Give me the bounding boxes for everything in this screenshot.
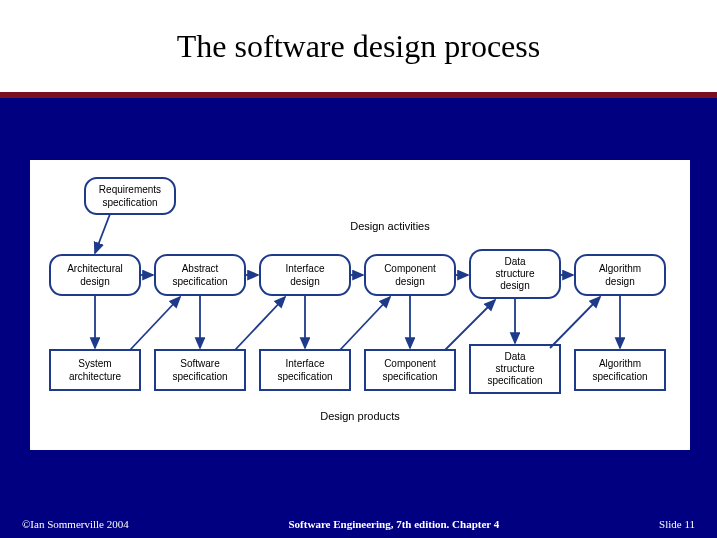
svg-text:Data: Data: [504, 256, 526, 267]
svg-text:Data: Data: [504, 351, 526, 362]
activity-4: Data structure design: [470, 250, 560, 298]
activity-1: Abstract specification: [155, 255, 245, 295]
svg-text:Algorithm: Algorithm: [599, 358, 641, 369]
footer-left: ©Ian Sommerville 2004: [22, 518, 129, 530]
arrow-d1: [235, 297, 285, 350]
arrow-d0: [130, 297, 180, 350]
arrow-d2: [340, 297, 390, 350]
svg-rect-26: [260, 350, 350, 390]
product-2: Interface specification: [260, 350, 350, 390]
arrow-req-arch: [95, 214, 110, 253]
svg-rect-23: [155, 350, 245, 390]
svg-text:Component: Component: [384, 358, 436, 369]
product-4: Data structure specification: [470, 345, 560, 393]
svg-text:Abstract: Abstract: [182, 263, 219, 274]
svg-text:specification: specification: [172, 371, 227, 382]
svg-text:System: System: [78, 358, 111, 369]
svg-text:design: design: [395, 276, 424, 287]
svg-text:Component: Component: [384, 263, 436, 274]
svg-rect-7: [260, 255, 350, 295]
activity-3: Component design: [365, 255, 455, 295]
svg-rect-4: [155, 255, 245, 295]
svg-rect-29: [365, 350, 455, 390]
product-row: System architecture Software specificati…: [50, 345, 665, 393]
svg-text:specification: specification: [172, 276, 227, 287]
product-3: Component specification: [365, 350, 455, 390]
slide-title: The software design process: [177, 28, 540, 65]
svg-text:structure: structure: [496, 363, 535, 374]
svg-text:specification: specification: [592, 371, 647, 382]
slide: The software design process Requirements…: [0, 0, 717, 538]
svg-text:specification: specification: [382, 371, 437, 382]
activity-5: Algorithm design: [575, 255, 665, 295]
activity-2: Interface design: [260, 255, 350, 295]
diagram-svg: Requirements specification Design activi…: [30, 160, 690, 450]
activities-label: Design activities: [350, 220, 430, 232]
svg-text:Interface: Interface: [286, 358, 325, 369]
title-area: The software design process: [0, 0, 717, 98]
svg-text:Software: Software: [180, 358, 220, 369]
input-line2: specification: [102, 197, 157, 208]
input-line1: Requirements: [99, 184, 161, 195]
svg-text:specification: specification: [487, 375, 542, 386]
svg-rect-17: [575, 255, 665, 295]
svg-text:Algorithm: Algorithm: [599, 263, 641, 274]
svg-text:design: design: [290, 276, 319, 287]
products-label: Design products: [320, 410, 400, 422]
diagram-area: Requirements specification Design activi…: [30, 160, 690, 450]
footer: ©Ian Sommerville 2004 Software Engineeri…: [0, 518, 717, 530]
product-1: Software specification: [155, 350, 245, 390]
svg-text:design: design: [500, 280, 529, 291]
input-box: Requirements specification: [85, 178, 175, 214]
footer-mid: Software Engineering, 7th edition. Chapt…: [289, 518, 500, 530]
svg-text:structure: structure: [496, 268, 535, 279]
activity-0: Architectural design: [50, 255, 140, 295]
product-0: System architecture: [50, 350, 140, 390]
footer-right: Slide 11: [659, 518, 695, 530]
svg-text:design: design: [605, 276, 634, 287]
product-5: Algorithm specification: [575, 350, 665, 390]
svg-text:specification: specification: [277, 371, 332, 382]
svg-text:design: design: [80, 276, 109, 287]
svg-rect-36: [575, 350, 665, 390]
svg-rect-1: [50, 255, 140, 295]
activity-row: Architectural design Abstract specificat…: [50, 250, 665, 298]
arrow-d3: [445, 300, 495, 350]
arrow-d4: [550, 297, 600, 348]
svg-rect-10: [365, 255, 455, 295]
svg-text:Interface: Interface: [286, 263, 325, 274]
svg-text:Architectural: Architectural: [67, 263, 123, 274]
svg-rect-20: [50, 350, 140, 390]
svg-text:architecture: architecture: [69, 371, 122, 382]
